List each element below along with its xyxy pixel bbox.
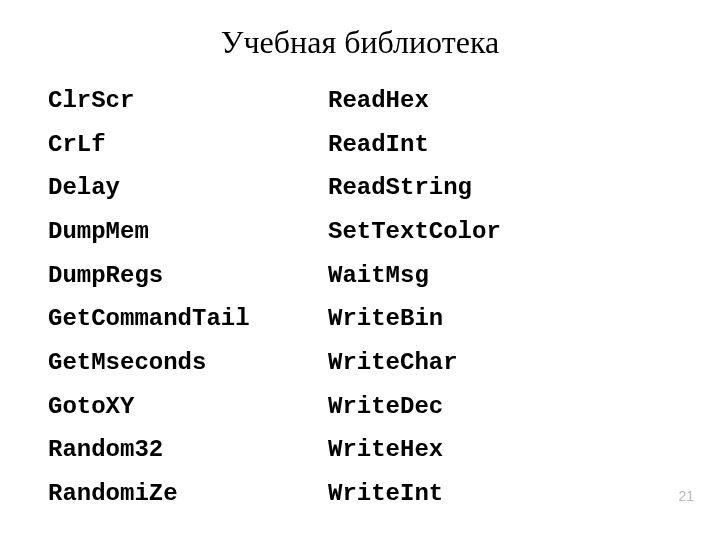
list-item: DumpMem [48, 210, 328, 254]
list-item: ReadString [328, 166, 628, 210]
right-column: ReadHex ReadInt ReadString SetTextColor … [328, 79, 628, 516]
list-item: ReadInt [328, 123, 628, 167]
list-item: WriteBin [328, 297, 628, 341]
list-item: WriteDec [328, 385, 628, 429]
list-item: ReadHex [328, 79, 628, 123]
list-item: WriteInt [328, 472, 628, 516]
list-item: WaitMsg [328, 254, 628, 298]
list-item: WriteHex [328, 428, 628, 472]
list-item: ClrScr [48, 79, 328, 123]
list-item: WriteChar [328, 341, 628, 385]
list-item: GotoXY [48, 385, 328, 429]
list-item: RandomiZe [48, 472, 328, 516]
page-number: 21 [678, 488, 694, 504]
list-item: Random32 [48, 428, 328, 472]
list-item: GetMseconds [48, 341, 328, 385]
page-title: Учебная библиотека [0, 0, 720, 79]
list-item: CrLf [48, 123, 328, 167]
left-column: ClrScr CrLf Delay DumpMem DumpRegs GetCo… [48, 79, 328, 516]
list-item: GetCommandTail [48, 297, 328, 341]
list-item: DumpRegs [48, 254, 328, 298]
list-item: SetTextColor [328, 210, 628, 254]
procedure-list: ClrScr CrLf Delay DumpMem DumpRegs GetCo… [0, 79, 720, 516]
list-item: Delay [48, 166, 328, 210]
